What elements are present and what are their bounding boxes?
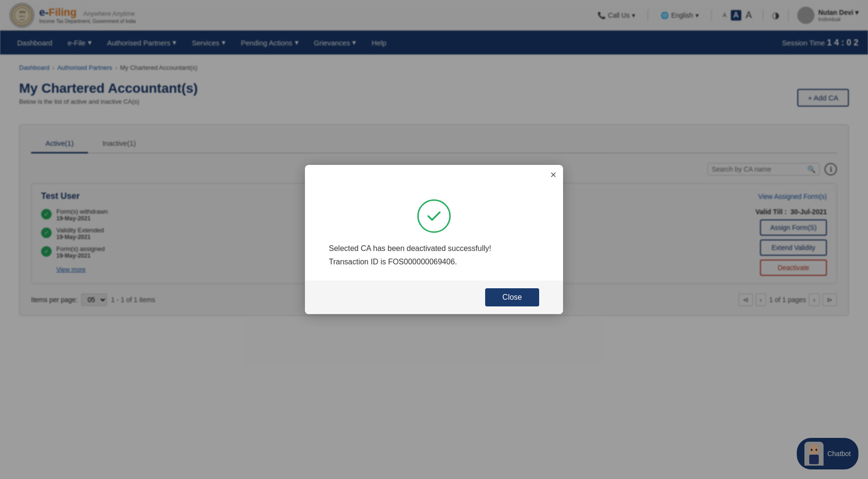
modal-close-button[interactable]: × <box>550 170 556 180</box>
modal-body: Selected CA has been deactivated success… <box>305 180 563 281</box>
modal-icon-row <box>329 199 539 233</box>
success-modal: × Selected CA has been deactivated succe… <box>305 165 563 314</box>
modal-transaction: Transaction ID is FOS000000069406. <box>329 258 539 266</box>
modal-close-row: × <box>305 165 563 180</box>
success-icon <box>417 199 451 233</box>
modal-footer: Close <box>305 281 563 314</box>
modal-message: Selected CA has been deactivated success… <box>329 244 539 253</box>
transaction-id: FOS000000069406. <box>388 258 457 266</box>
modal-overlay[interactable]: × Selected CA has been deactivated succe… <box>0 0 868 326</box>
transaction-label: Transaction ID is <box>329 258 388 266</box>
modal-close-action-button[interactable]: Close <box>485 288 539 306</box>
